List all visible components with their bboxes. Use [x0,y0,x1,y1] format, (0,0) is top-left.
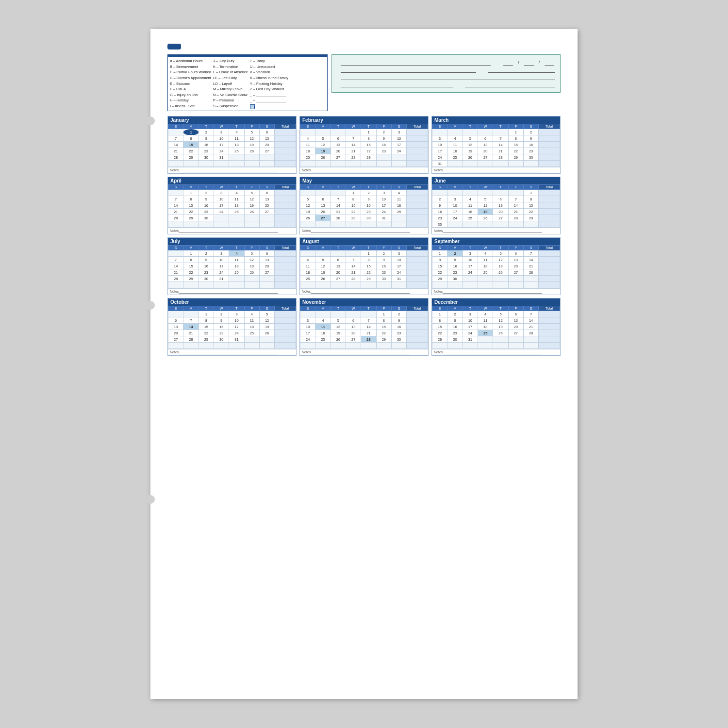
cal-col-header-m: M [315,246,331,250]
cal-cell [493,282,508,288]
cal-cell: 13 [493,202,508,209]
month-block-august: AugustSMTWTFSTotal1234567891011121314151… [299,237,429,295]
cal-cell: 23 [432,215,447,221]
cal-cell [407,257,428,263]
cal-table-september: SMTWTFSTotal1234567891011121314151617181… [432,245,560,288]
cal-cell: 17 [447,209,463,215]
cal-col-header-total: Total [539,246,560,250]
cal-col-header-w: W [214,246,229,250]
notes-label: Notes [302,350,311,354]
cal-cell: 16 [361,202,376,209]
cal-cell: 21 [168,148,183,154]
cal-cell: 3 [447,196,463,202]
cal-cell: 4 [478,311,493,317]
cal-cell: 10 [214,135,229,142]
cal-cell: 16 [447,263,463,269]
cal-cell [300,221,315,228]
cal-cell: 20 [508,324,523,330]
cal-cell: 4 [478,250,493,257]
cal-cell: 23 [523,148,538,154]
cal-col-header-t: T [493,185,508,190]
notes-line-march: Notes [432,167,560,173]
month-block-march: MarchSMTWTFSTotal12345678910111213141516… [431,116,561,174]
cal-cell [407,263,428,269]
cal-cell: 8 [183,257,199,263]
cal-cell [229,215,244,221]
cal-cell: 7 [493,135,508,142]
cal-col-header-f: F [508,185,523,190]
notes-line-july: Notes [168,288,296,295]
cal-cell: 29 [199,336,214,343]
cal-cell: 31 [463,336,478,343]
cal-cell [391,343,406,349]
cal-cell: 10 [214,257,229,263]
cal-cell: 28 [183,336,199,343]
cal-cell: 26 [244,148,259,154]
cal-cell: 22 [361,269,376,276]
cal-cell [275,311,296,317]
cal-col-header-s: S [259,185,274,190]
cal-cell: 28 [523,330,538,336]
cal-col-header-w: W [478,246,493,250]
month-header-november: November [300,298,428,306]
department-row: / / [337,60,555,66]
cal-cell: 28 [523,269,538,276]
cal-cell [315,129,331,135]
cal-cell [275,282,296,288]
cal-cell [346,311,361,317]
cal-cell: 20 [331,269,346,276]
month-header-march: March [432,116,560,124]
cal-cell [407,202,428,209]
cal-col-header-t: T [199,306,214,311]
cal-cell [407,317,428,324]
cal-cell [539,324,560,330]
cal-cell: 15 [361,263,376,269]
cal-cell: 19 [493,324,508,330]
cal-cell: 11 [478,317,493,324]
cal-cell: 28 [493,154,508,161]
notes-line-november: Notes [300,349,428,355]
cal-col-header-t: T [199,185,214,190]
cal-cell: 21 [523,263,538,269]
cal-col-header-s: S [432,246,447,250]
cal-cell: 22 [508,148,523,154]
cal-cell: 31 [214,154,229,161]
cal-table-november: SMTWTFSTotal1234567891011121314151617181… [300,306,428,349]
cal-cell: 13 [508,257,523,263]
cal-cell: 18 [315,330,331,336]
calendar-row-3: JulySMTWTFSTotal123456789101112131415161… [167,237,561,295]
cal-cell: 4 [244,311,259,317]
cal-cell: 14 [168,202,183,209]
cal-cell: 3 [229,311,244,317]
cal-cell: 4 [315,317,331,324]
cal-cell [346,250,361,257]
cal-cell [508,190,523,196]
cal-cell [183,161,199,167]
cal-col-header-f: F [244,124,259,129]
cal-cell [331,161,346,167]
cal-cell: 5 [300,196,315,202]
cal-cell: 4 [447,135,463,142]
cal-cell: 17 [229,324,244,330]
cal-cell: 11 [244,317,259,324]
cal-cell: 10 [376,196,391,202]
cal-col-header-t: T [463,124,478,129]
cal-cell: 14 [168,142,183,148]
cal-col-header-s: S [168,124,183,129]
cal-col-header-f: F [376,246,391,250]
cal-cell [539,336,560,343]
cal-cell [300,311,315,317]
cal-cell: 6 [315,196,331,202]
cal-cell: 13 [259,135,274,142]
cal-col-header-f: F [508,246,523,250]
cal-cell: 14 [346,142,361,148]
cal-cell [315,161,331,167]
cal-cell [463,221,478,228]
cal-col-header-total: Total [539,306,560,311]
cal-cell: 2 [361,190,376,196]
cal-cell: 27 [331,276,346,282]
cal-cell [275,317,296,324]
cal-cell [463,161,478,167]
cal-cell [539,282,560,288]
cal-cell [229,282,244,288]
